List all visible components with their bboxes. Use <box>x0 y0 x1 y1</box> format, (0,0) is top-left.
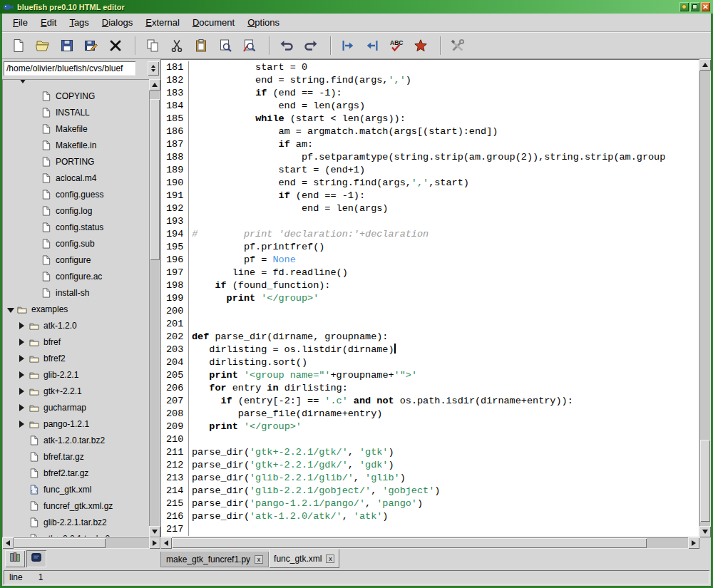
code-line-214[interactable]: 214parse_dir('glib-2.2.1/gobject/', 'gob… <box>160 485 699 497</box>
document-tab-make-gtk-funcref1-py[interactable]: make_gtk_funcref1.pyx <box>160 552 269 567</box>
tab-close-button[interactable]: x <box>255 555 263 564</box>
code-line-200[interactable]: 200 <box>160 305 699 318</box>
tree-item-bfref2[interactable]: bfref2 <box>3 350 149 366</box>
code-line-208[interactable]: 208 parse_file(dirname+entry) <box>160 408 699 421</box>
code-line-184[interactable]: 184 end = len(args) <box>160 100 699 113</box>
external-tools-button[interactable] <box>447 35 468 56</box>
document-tab-func-gtk-xml[interactable]: func_gtk.xmlx <box>269 550 339 568</box>
menu-external[interactable]: External <box>139 15 186 30</box>
tree-item-config-sub[interactable]: config.sub <box>3 235 149 252</box>
code-line-194[interactable]: 194# print 'declaration:'+declaration <box>160 228 699 241</box>
code-line-216[interactable]: 216parse_dir('atk-1.2.0/atk/', 'atk') <box>160 510 699 523</box>
tree-item-gucharmap[interactable]: gucharmap <box>3 399 149 416</box>
tree-item-atk-1-2-0-tar-bz2[interactable]: atk-1.2.0.tar.bz2 <box>3 432 149 448</box>
shift-right-button[interactable] <box>337 35 359 56</box>
bookmark-star-button[interactable] <box>410 35 431 56</box>
filetree-scrollbar-thumb[interactable] <box>150 99 160 260</box>
filetree-scroll-left-button[interactable] <box>2 537 14 549</box>
tree-item-makefile-in[interactable]: Makefile.in <box>3 137 149 153</box>
tree-item-bfref2-tar-gz[interactable]: bfref2.tar.gz <box>3 465 149 481</box>
tree-item-copying[interactable]: COPYING <box>3 88 149 104</box>
editor-scroll-left-button[interactable] <box>160 537 172 549</box>
tree-item-bfref-tar-gz[interactable]: bfref.tar.gz <box>3 448 149 465</box>
filetree-scroll-up-button[interactable] <box>149 79 160 91</box>
tree-item-bfref[interactable]: bfref <box>3 334 149 350</box>
code-line-195[interactable]: 195 pf.printfref() <box>160 241 699 254</box>
code-line-190[interactable]: 190 end = string.find(args,',',start) <box>160 177 699 190</box>
path-input[interactable] <box>4 61 135 76</box>
expander-closed-icon[interactable] <box>19 368 29 381</box>
expander-closed-icon[interactable] <box>19 401 29 414</box>
tree-item-glib-2-2-1-tar-bz2[interactable]: glib-2.2.1.tar.bz2 <box>3 514 149 530</box>
redo-button[interactable] <box>300 35 322 56</box>
tree-item-aclocal-m4[interactable]: aclocal.m4 <box>3 170 149 186</box>
editor-vscrollbar[interactable] <box>699 59 711 537</box>
tree-item-glib-2-2-1[interactable]: glib-2.2.1 <box>3 366 149 383</box>
code-line-201[interactable]: 201 <box>160 318 699 331</box>
code-line-191[interactable]: 191 if (end == -1): <box>160 190 699 202</box>
code-line-212[interactable]: 212parse_dir('gtk+-2.2.1/gdk/', 'gdk') <box>160 459 699 472</box>
tree-item-config-status[interactable]: config.status <box>3 219 149 235</box>
titlebar[interactable]: bluefish pre0.10 HTML editor ✕ <box>0 0 713 14</box>
menu-document[interactable]: Document <box>186 15 241 30</box>
tree-item-install[interactable]: INSTALL <box>3 104 149 120</box>
editor-scroll-right-button[interactable] <box>688 537 699 549</box>
filetree-hscrollbar-track[interactable] <box>14 538 149 548</box>
find-replace-button[interactable] <box>239 35 260 56</box>
code-line-193[interactable]: 193 <box>160 215 699 228</box>
paste-button[interactable] <box>190 35 212 56</box>
tab-close-button[interactable]: x <box>326 555 334 563</box>
expander-closed-icon[interactable] <box>19 336 29 349</box>
code-line-185[interactable]: 185 while (start < len(args)): <box>160 113 699 125</box>
menu-options[interactable]: Options <box>241 15 286 30</box>
tree-item-config-log[interactable]: config.log <box>3 202 149 219</box>
tree-item-configure-ac[interactable]: configure.ac <box>3 268 149 284</box>
tree-item-config-guess[interactable]: config.guess <box>3 186 149 202</box>
shift-left-button[interactable] <box>361 35 383 56</box>
editor-scroll-up-button[interactable] <box>699 59 711 71</box>
filetree-scroll-right-button[interactable] <box>149 537 160 549</box>
tree-item-pango-1-2-1[interactable]: pango-1.2.1 <box>3 416 149 432</box>
code-line-199[interactable]: 199 print '</group>' <box>160 292 699 305</box>
window-maximize-button[interactable] <box>690 2 699 11</box>
bluefish-logo-icon[interactable] <box>3 2 14 11</box>
save-file-as-button[interactable] <box>81 35 102 56</box>
expander-closed-icon[interactable] <box>19 385 29 398</box>
code-line-183[interactable]: 183 if (end == -1): <box>160 87 699 100</box>
tree-item-porting[interactable]: PORTING <box>3 153 149 170</box>
tree-item-partial[interactable] <box>3 80 149 88</box>
tree-item-install-sh[interactable]: install-sh <box>3 284 149 301</box>
tree-item-configure[interactable]: configure <box>3 252 149 268</box>
code-line-206[interactable]: 206 for entry in dirlisting: <box>160 382 699 395</box>
code-line-205[interactable]: 205 print '<group name="'+groupname+'">' <box>160 369 699 382</box>
tree-item-examples[interactable]: examples <box>3 301 149 317</box>
code-line-204[interactable]: 204 dirlisting.sort() <box>160 356 699 369</box>
filetree-hscrollbar-thumb[interactable] <box>14 538 106 548</box>
code-line-209[interactable]: 209 print '</group>' <box>160 421 699 433</box>
expander-closed-icon[interactable] <box>19 418 29 430</box>
editor-vscrollbar-track[interactable] <box>700 71 710 526</box>
expander-closed-icon[interactable] <box>19 352 29 365</box>
code-line-215[interactable]: 215parse_dir('pango-1.2.1/pango/', 'pang… <box>160 497 699 510</box>
copy-button[interactable] <box>142 35 163 56</box>
code-line-196[interactable]: 196 pf = None <box>160 254 699 267</box>
close-file-button[interactable] <box>105 35 126 56</box>
menu-edit[interactable]: Edit <box>34 15 63 30</box>
tree-item-func-gtk-xml[interactable]: func_gtk.xml <box>3 481 149 497</box>
code-line-189[interactable]: 189 start = (end+1) <box>160 164 699 177</box>
code-line-198[interactable]: 198 if (found_function): <box>160 279 699 292</box>
menu-dialogs[interactable]: Dialogs <box>96 15 139 30</box>
cut-button[interactable] <box>166 35 188 56</box>
window-shade-button[interactable] <box>679 2 689 11</box>
save-file-button[interactable] <box>56 35 78 56</box>
editor-scroll-down-button[interactable] <box>699 526 711 537</box>
tree-item-atk-1-2-0[interactable]: atk-1.2.0 <box>3 317 149 334</box>
code-line-186[interactable]: 186 am = argmatch.match(args[(start):end… <box>160 125 699 138</box>
code-line-187[interactable]: 187 if am: <box>160 138 699 151</box>
tree-item-makefile[interactable]: Makefile <box>3 120 149 137</box>
filetree-hscrollbar[interactable] <box>2 537 160 549</box>
code-line-181[interactable]: 181 start = 0 <box>160 61 699 74</box>
code-line-210[interactable]: 210 <box>160 433 699 446</box>
filetree-scroll-down-button[interactable] <box>149 526 160 537</box>
code-line-202[interactable]: 202def parse_dir(dirname, groupname): <box>160 331 699 344</box>
